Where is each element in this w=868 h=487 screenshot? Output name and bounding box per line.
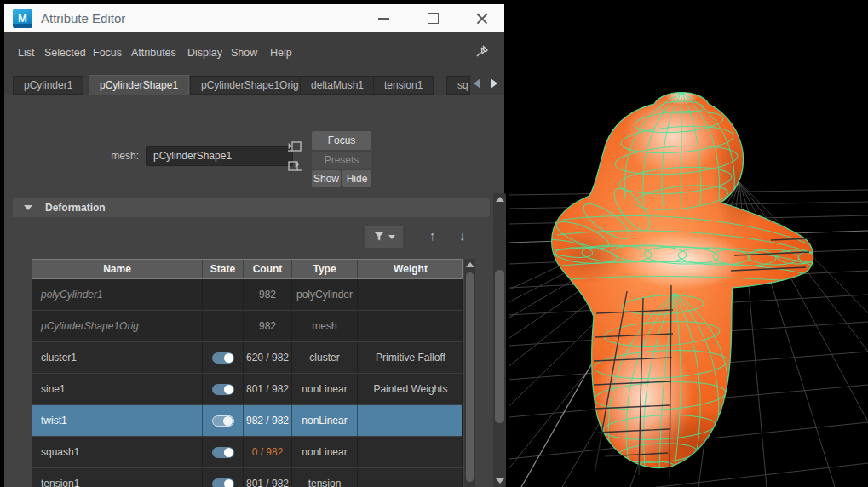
table-row[interactable]: tension1 801 / 982 tension xyxy=(32,468,463,487)
minimize-button[interactable] xyxy=(368,4,399,32)
viewport-3d[interactable] xyxy=(509,0,868,487)
state-toggle[interactable] xyxy=(212,352,234,364)
tab-bar: pCylinder1 pCylinderShape1 pCylinderShap… xyxy=(4,75,504,95)
table-row[interactable]: polyCylinder1 982 polyCylinder xyxy=(32,279,463,311)
menu-help[interactable]: Help xyxy=(270,47,292,59)
move-down-icon[interactable]: ↓ xyxy=(459,228,466,243)
maximize-icon xyxy=(428,13,439,24)
tab-scroll-right-icon[interactable] xyxy=(491,78,497,89)
window-title: Attribute Editor xyxy=(41,4,125,32)
pin-icon[interactable] xyxy=(475,44,489,58)
table-scrollbar[interactable] xyxy=(464,259,475,487)
state-toggle[interactable] xyxy=(212,415,234,427)
menu-selected[interactable]: Selected xyxy=(44,47,86,59)
panel-scrollbar-thumb[interactable] xyxy=(495,270,504,423)
deformation-section-header[interactable]: Deformation xyxy=(13,198,490,217)
move-up-icon[interactable]: ↑ xyxy=(429,228,436,243)
col-type[interactable]: Type xyxy=(292,260,358,278)
tab-tension1[interactable]: tension1 xyxy=(373,76,434,95)
tab-pcylindershape1[interactable]: pCylinderShape1 xyxy=(89,75,189,95)
scroll-up-icon[interactable] xyxy=(496,197,504,202)
menu-show[interactable]: Show xyxy=(231,47,257,59)
maya-app-icon: M xyxy=(13,9,32,28)
state-toggle[interactable] xyxy=(212,447,234,458)
connect-input-icon[interactable] xyxy=(286,139,303,156)
scroll-down-icon[interactable] xyxy=(496,478,504,484)
table-row[interactable]: cluster1 620 / 982 cluster Primitive Fal… xyxy=(32,342,463,374)
hide-button[interactable]: Hide xyxy=(342,170,371,187)
close-button[interactable] xyxy=(467,4,497,32)
tab-scroll-left-icon[interactable] xyxy=(474,78,480,89)
col-name[interactable]: Name xyxy=(32,260,203,278)
funnel-icon xyxy=(374,232,384,242)
deformer-table: Name State Count Type Weight polyCylinde… xyxy=(32,259,463,487)
state-toggle[interactable] xyxy=(212,384,234,395)
scroll-up-icon[interactable] xyxy=(466,262,474,267)
col-weight[interactable]: Weight xyxy=(358,260,463,278)
table-row[interactable]: sine1 801 / 982 nonLinear Painted Weight… xyxy=(32,374,463,405)
menu-list[interactable]: List xyxy=(18,47,34,59)
attribute-content: mesh: pCylinderShape1 Focus Presets Show… xyxy=(4,95,504,487)
tab-squash1-truncated[interactable]: sq xyxy=(446,76,470,95)
tab-deltamush1[interactable]: deltaMush1 xyxy=(300,76,375,95)
menu-bar: List Selected Focus Attributes Display S… xyxy=(4,32,504,75)
table-row-selected[interactable]: twist1 982 / 982 nonLinear xyxy=(32,405,463,437)
attribute-editor-window: M Attribute Editor List Selected Focus A… xyxy=(0,0,509,487)
col-count[interactable]: Count xyxy=(244,260,292,278)
tab-pcylinder1[interactable]: pCylinder1 xyxy=(13,76,83,95)
mesh-name-field[interactable]: pCylinderShape1 xyxy=(146,146,293,166)
state-toggle[interactable] xyxy=(212,478,234,487)
presets-button[interactable]: Presets xyxy=(312,152,371,169)
caret-down-icon xyxy=(388,235,395,239)
menu-display[interactable]: Display xyxy=(187,47,222,59)
show-button[interactable]: Show xyxy=(312,170,341,187)
table-header: Name State Count Type Weight xyxy=(32,259,463,279)
table-scrollbar-thumb[interactable] xyxy=(466,272,474,482)
collapse-triangle-icon xyxy=(24,205,32,210)
close-icon xyxy=(476,13,488,25)
minimize-icon xyxy=(378,18,389,20)
titlebar: M Attribute Editor xyxy=(4,4,504,32)
mesh-label: mesh: xyxy=(55,150,139,162)
focus-button[interactable]: Focus xyxy=(312,131,371,150)
table-row[interactable]: squash1 0 / 982 nonLinear xyxy=(32,437,463,468)
section-title: Deformation xyxy=(45,202,106,214)
col-state[interactable]: State xyxy=(203,260,244,278)
tab-pcylindershape1orig[interactable]: pCylinderShape1Orig xyxy=(190,76,310,95)
table-row[interactable]: pCylinderShape1Orig 982 mesh xyxy=(32,311,463,342)
screen: { "window": { "title": "Attribute Editor… xyxy=(0,0,868,487)
menu-focus[interactable]: Focus xyxy=(93,47,122,59)
maximize-button[interactable] xyxy=(417,4,448,32)
panel-scrollbar[interactable] xyxy=(493,193,506,487)
connect-output-icon[interactable] xyxy=(286,158,303,175)
menu-attributes[interactable]: Attributes xyxy=(131,47,176,59)
filter-button[interactable] xyxy=(365,226,403,248)
